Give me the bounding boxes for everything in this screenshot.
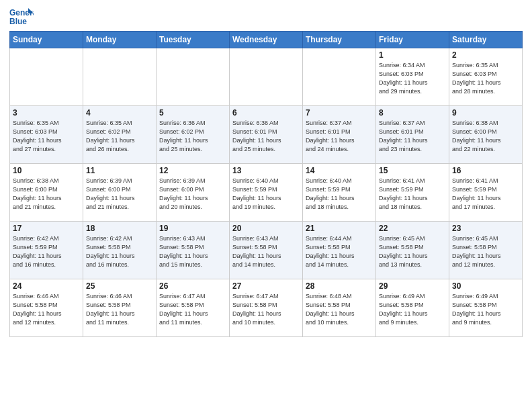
day-info: Sunrise: 6:36 AMSunset: 6:01 PMDaylight:… [232, 119, 300, 154]
calendar-week-2: 3Sunrise: 6:35 AMSunset: 6:03 PMDaylight… [10, 106, 523, 164]
generalblue-logo-icon: General Blue [9, 7, 34, 27]
weekday-header-sunday: Sunday [10, 32, 83, 48]
day-info: Sunrise: 6:39 AMSunset: 6:00 PMDaylight:… [86, 177, 153, 212]
calendar-cell: 14Sunrise: 6:40 AMSunset: 5:59 PMDayligh… [303, 164, 376, 222]
day-number: 28 [306, 281, 373, 291]
day-number: 27 [232, 281, 300, 291]
day-info: Sunrise: 6:35 AMSunset: 6:03 PMDaylight:… [452, 61, 519, 96]
day-info: Sunrise: 6:37 AMSunset: 6:01 PMDaylight:… [379, 119, 446, 154]
day-number: 23 [452, 224, 519, 233]
day-info: Sunrise: 6:39 AMSunset: 6:00 PMDaylight:… [159, 177, 226, 212]
day-number: 3 [13, 108, 80, 118]
calendar-cell: 1Sunrise: 6:34 AMSunset: 6:03 PMDaylight… [376, 48, 449, 106]
day-number: 19 [159, 224, 226, 233]
calendar-cell: 6Sunrise: 6:36 AMSunset: 6:01 PMDaylight… [230, 106, 303, 164]
day-number: 2 [452, 50, 519, 60]
day-number: 18 [86, 224, 153, 233]
day-info: Sunrise: 6:37 AMSunset: 6:01 PMDaylight:… [306, 119, 373, 154]
day-info: Sunrise: 6:35 AMSunset: 6:03 PMDaylight:… [13, 119, 80, 154]
weekday-header-tuesday: Tuesday [157, 32, 230, 48]
weekday-header-saturday: Saturday [449, 32, 523, 48]
calendar-cell: 9Sunrise: 6:38 AMSunset: 6:00 PMDaylight… [449, 106, 523, 164]
calendar-cell: 11Sunrise: 6:39 AMSunset: 6:00 PMDayligh… [83, 164, 157, 222]
day-info: Sunrise: 6:47 AMSunset: 5:58 PMDaylight:… [159, 292, 226, 327]
calendar-cell: 2Sunrise: 6:35 AMSunset: 6:03 PMDaylight… [449, 48, 523, 106]
day-info: Sunrise: 6:47 AMSunset: 5:58 PMDaylight:… [232, 292, 300, 327]
day-info: Sunrise: 6:35 AMSunset: 6:02 PMDaylight:… [86, 119, 153, 154]
day-number: 16 [452, 166, 519, 175]
day-info: Sunrise: 6:38 AMSunset: 6:00 PMDaylight:… [452, 119, 519, 154]
calendar-week-1: 1Sunrise: 6:34 AMSunset: 6:03 PMDaylight… [10, 48, 523, 106]
weekday-header-monday: Monday [83, 32, 157, 48]
calendar-cell: 5Sunrise: 6:36 AMSunset: 6:02 PMDaylight… [157, 106, 230, 164]
logo: General Blue [9, 7, 34, 27]
calendar-cell: 10Sunrise: 6:38 AMSunset: 6:00 PMDayligh… [10, 164, 83, 222]
day-info: Sunrise: 6:45 AMSunset: 5:58 PMDaylight:… [379, 234, 446, 269]
day-number: 12 [159, 166, 226, 175]
calendar-week-5: 24Sunrise: 6:46 AMSunset: 5:58 PMDayligh… [10, 279, 523, 337]
calendar-cell: 24Sunrise: 6:46 AMSunset: 5:58 PMDayligh… [10, 279, 83, 337]
calendar-cell [303, 48, 376, 106]
calendar-cell: 21Sunrise: 6:44 AMSunset: 5:58 PMDayligh… [303, 222, 376, 279]
day-number: 26 [159, 281, 226, 291]
day-number: 30 [452, 281, 519, 291]
calendar-cell: 29Sunrise: 6:49 AMSunset: 5:58 PMDayligh… [376, 279, 449, 337]
day-info: Sunrise: 6:42 AMSunset: 5:59 PMDaylight:… [13, 234, 80, 269]
day-info: Sunrise: 6:34 AMSunset: 6:03 PMDaylight:… [379, 61, 446, 96]
day-number: 10 [13, 166, 80, 175]
calendar-cell [10, 48, 83, 106]
day-number: 13 [232, 166, 300, 175]
day-info: Sunrise: 6:46 AMSunset: 5:58 PMDaylight:… [86, 292, 153, 327]
calendar-cell [157, 48, 230, 106]
calendar-cell: 12Sunrise: 6:39 AMSunset: 6:00 PMDayligh… [157, 164, 230, 222]
calendar-cell: 22Sunrise: 6:45 AMSunset: 5:58 PMDayligh… [376, 222, 449, 279]
day-number: 5 [159, 108, 226, 118]
day-info: Sunrise: 6:41 AMSunset: 5:59 PMDaylight:… [452, 177, 519, 212]
calendar-cell [230, 48, 303, 106]
day-info: Sunrise: 6:43 AMSunset: 5:58 PMDaylight:… [232, 234, 300, 269]
day-info: Sunrise: 6:49 AMSunset: 5:58 PMDaylight:… [452, 292, 519, 327]
day-number: 21 [306, 224, 373, 233]
calendar-cell: 16Sunrise: 6:41 AMSunset: 5:59 PMDayligh… [449, 164, 523, 222]
calendar-cell: 30Sunrise: 6:49 AMSunset: 5:58 PMDayligh… [449, 279, 523, 337]
day-number: 4 [86, 108, 153, 118]
day-info: Sunrise: 6:42 AMSunset: 5:58 PMDaylight:… [86, 234, 153, 269]
day-number: 17 [13, 224, 80, 233]
day-info: Sunrise: 6:49 AMSunset: 5:58 PMDaylight:… [379, 292, 446, 327]
calendar-cell: 20Sunrise: 6:43 AMSunset: 5:58 PMDayligh… [230, 222, 303, 279]
day-number: 29 [379, 281, 446, 291]
weekday-header-wednesday: Wednesday [230, 32, 303, 48]
day-info: Sunrise: 6:36 AMSunset: 6:02 PMDaylight:… [159, 119, 226, 154]
day-number: 1 [379, 50, 446, 60]
calendar-cell: 25Sunrise: 6:46 AMSunset: 5:58 PMDayligh… [83, 279, 157, 337]
calendar-cell: 7Sunrise: 6:37 AMSunset: 6:01 PMDaylight… [303, 106, 376, 164]
weekday-header-friday: Friday [376, 32, 449, 48]
calendar-cell: 13Sunrise: 6:40 AMSunset: 5:59 PMDayligh… [230, 164, 303, 222]
weekday-header-thursday: Thursday [303, 32, 376, 48]
day-info: Sunrise: 6:48 AMSunset: 5:58 PMDaylight:… [306, 292, 373, 327]
day-number: 9 [452, 108, 519, 118]
calendar-week-4: 17Sunrise: 6:42 AMSunset: 5:59 PMDayligh… [10, 222, 523, 279]
day-number: 15 [379, 166, 446, 175]
day-number: 11 [86, 166, 153, 175]
day-number: 7 [306, 108, 373, 118]
calendar-cell: 17Sunrise: 6:42 AMSunset: 5:59 PMDayligh… [10, 222, 83, 279]
calendar-cell: 28Sunrise: 6:48 AMSunset: 5:58 PMDayligh… [303, 279, 376, 337]
calendar-cell: 27Sunrise: 6:47 AMSunset: 5:58 PMDayligh… [230, 279, 303, 337]
svg-text:Blue: Blue [9, 17, 27, 26]
header: General Blue [9, 7, 523, 27]
day-info: Sunrise: 6:43 AMSunset: 5:58 PMDaylight:… [159, 234, 226, 269]
day-number: 8 [379, 108, 446, 118]
day-info: Sunrise: 6:44 AMSunset: 5:58 PMDaylight:… [306, 234, 373, 269]
day-info: Sunrise: 6:40 AMSunset: 5:59 PMDaylight:… [232, 177, 300, 212]
calendar-cell: 4Sunrise: 6:35 AMSunset: 6:02 PMDaylight… [83, 106, 157, 164]
page: General Blue SundayMondayTuesdayWednesda… [0, 0, 532, 411]
day-info: Sunrise: 6:40 AMSunset: 5:59 PMDaylight:… [306, 177, 373, 212]
calendar-week-3: 10Sunrise: 6:38 AMSunset: 6:00 PMDayligh… [10, 164, 523, 222]
calendar-cell: 26Sunrise: 6:47 AMSunset: 5:58 PMDayligh… [157, 279, 230, 337]
calendar-cell: 8Sunrise: 6:37 AMSunset: 6:01 PMDaylight… [376, 106, 449, 164]
day-info: Sunrise: 6:41 AMSunset: 5:59 PMDaylight:… [379, 177, 446, 212]
day-number: 24 [13, 281, 80, 291]
calendar-cell: 3Sunrise: 6:35 AMSunset: 6:03 PMDaylight… [10, 106, 83, 164]
weekday-header-row: SundayMondayTuesdayWednesdayThursdayFrid… [10, 32, 523, 48]
